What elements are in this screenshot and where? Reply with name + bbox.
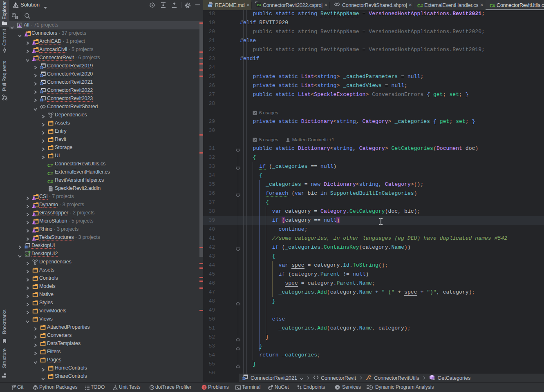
svg-text:MD: MD <box>208 4 213 7</box>
svg-text:C#: C# <box>25 253 30 256</box>
svg-text:C#: C# <box>257 3 261 7</box>
